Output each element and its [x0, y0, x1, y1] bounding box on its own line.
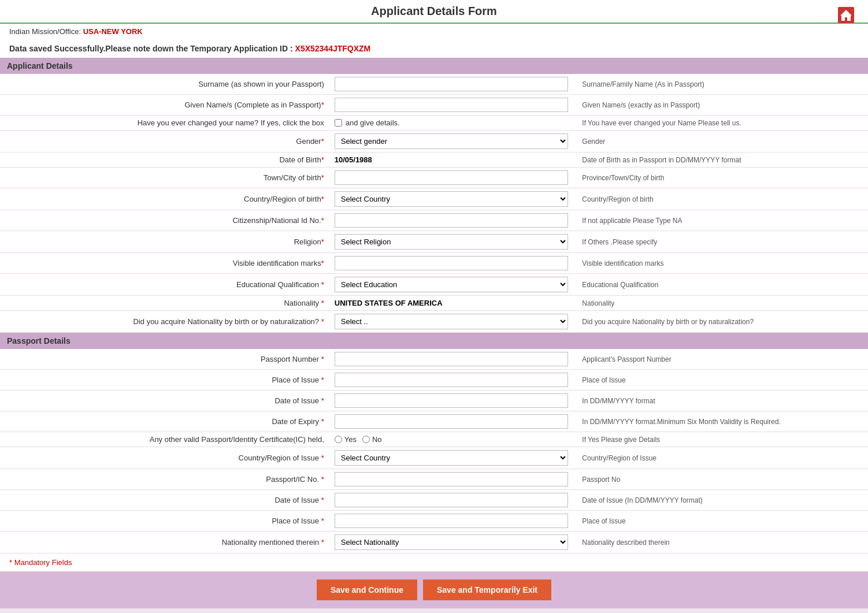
mission-bar: Indian Mission/Office: USA-NEW YORK: [0, 24, 868, 39]
other-passport-no-label[interactable]: No: [362, 435, 382, 444]
dob-row: Date of Birth* 10/05/1988 Date of Birth …: [0, 153, 868, 168]
given-names-input[interactable]: [335, 98, 569, 112]
surname-hint: Surname/Family Name (As in Passport): [573, 74, 868, 95]
name-change-row: Have you ever changed your name? If yes,…: [0, 116, 868, 131]
surname-input-cell[interactable]: [330, 74, 573, 95]
date-issue-input[interactable]: [335, 393, 569, 408]
country-issue-select[interactable]: Select Country: [335, 450, 569, 466]
given-names-input-cell[interactable]: [330, 95, 573, 116]
citizenship-row: Citizenship/National Id No.* If not appl…: [0, 210, 868, 231]
passport-num-row: Passport Number * Applicant's Passport N…: [0, 349, 868, 370]
place-issue-row: Place of Issue * Place of Issue: [0, 370, 868, 391]
button-bar: Save and Continue Save and Temporarily E…: [0, 571, 868, 608]
mission-value: USA-NEW YORK: [83, 27, 143, 36]
date-expiry-hint: In DD/MM/YYYY format.Minimum Six Month V…: [573, 411, 868, 432]
passport-ic-row: Passport/IC No. * Passport No: [0, 469, 868, 490]
name-change-label: Have you ever changed your name? If yes,…: [0, 116, 330, 131]
name-change-checkbox[interactable]: [335, 119, 342, 127]
surname-input[interactable]: [335, 77, 569, 91]
other-passport-no[interactable]: [362, 436, 370, 443]
save-continue-button[interactable]: Save and Continue: [317, 579, 417, 600]
country-issue-row: Country/Region of Issue * Select Country…: [0, 447, 868, 469]
page-title: Applicant Details Form: [371, 5, 497, 18]
applicant-section-header: Applicant Details: [0, 58, 868, 74]
success-message: Data saved Successfully.Please note down…: [0, 39, 868, 58]
app-id: X5X52344JTFQXZM: [295, 44, 371, 53]
name-change-checkbox-row: and give details.: [335, 118, 569, 127]
acquire-select[interactable]: Select .. By Birth By Naturalization: [335, 314, 569, 329]
dob-value: 10/05/1988: [335, 155, 372, 164]
citizenship-hint: If not applicable Please Type NA: [573, 210, 868, 231]
religion-hint: If Others .Please specify: [573, 231, 868, 253]
other-passport-row: Any other valid Passport/Identity Certif…: [0, 432, 868, 447]
date-expiry-input[interactable]: [335, 414, 569, 429]
town-row: Town/City of birth* Province/Town/City o…: [0, 168, 868, 188]
education-hint: Educational Qualification: [573, 274, 868, 296]
gender-select[interactable]: Select gender Male Female Other: [335, 133, 569, 149]
date-issue-row: Date of Issue * In DD/MM/YYYY format: [0, 391, 868, 411]
nationality-value: UNITED STATES OF AMERICA: [335, 299, 443, 307]
place-issue2-row: Place of Issue * Place of Issue: [0, 511, 868, 532]
nationality-therein-row: Nationality mentioned therein * Select N…: [0, 532, 868, 553]
passport-ic-hint: Passport No: [573, 469, 868, 490]
country-birth-row: Country/Region of birth* Select Country …: [0, 188, 868, 210]
nationality-hint: Nationality: [573, 296, 868, 311]
page-wrapper: Applicant Details Form Indian Mission/Of…: [0, 0, 868, 608]
visible-row: Visible identification marks* Visible id…: [0, 253, 868, 274]
passport-section-header: Passport Details: [0, 333, 868, 349]
place-issue-hint: Place of Issue: [573, 370, 868, 391]
home-icon[interactable]: [831, 3, 861, 28]
religion-select[interactable]: Select Religion Hindu Muslim Christian S…: [335, 234, 569, 250]
surname-row: Surname (as shown in your Passport) Surn…: [0, 74, 868, 95]
education-select[interactable]: Select Education Graduate Post Graduate …: [335, 277, 569, 292]
country-birth-select[interactable]: Select Country: [335, 191, 569, 207]
success-text: Data saved Successfully.Please note down…: [9, 44, 293, 53]
given-names-hint: Given Name/s (exactly as in Passport): [573, 95, 868, 116]
citizenship-input[interactable]: [335, 213, 569, 228]
visible-input[interactable]: [335, 256, 569, 270]
passport-num-hint: Applicant's Passport Number: [573, 349, 868, 370]
country-birth-hint: Country/Region of birth: [573, 188, 868, 210]
religion-row: Religion* Select Religion Hindu Muslim C…: [0, 231, 868, 253]
place-issue2-input[interactable]: [335, 514, 569, 528]
place-issue2-hint: Place of Issue: [573, 511, 868, 532]
date-issue2-row: Date of Issue * Date of Issue (In DD/MM/…: [0, 490, 868, 511]
given-names-row: Given Name/s (Complete as in Passport)* …: [0, 95, 868, 116]
dob-hint: Date of Birth as in Passport in DD/MM/YY…: [573, 153, 868, 168]
mission-label: Indian Mission/Office:: [9, 27, 81, 36]
town-hint: Province/Town/City of birth: [573, 168, 868, 188]
other-passport-radio-group: Yes No: [335, 435, 569, 444]
town-input[interactable]: [335, 170, 569, 185]
passport-num-input[interactable]: [335, 352, 569, 366]
nationality-therein-select[interactable]: Select Nationality: [335, 534, 569, 550]
other-passport-yes-label[interactable]: Yes: [335, 435, 357, 444]
nationality-therein-hint: Nationality described therein: [573, 532, 868, 553]
other-passport-hint: If Yes Please give Details: [573, 432, 868, 447]
save-exit-button[interactable]: Save and Temporarily Exit: [423, 579, 551, 600]
surname-label: Surname (as shown in your Passport): [0, 74, 330, 95]
place-issue-input[interactable]: [335, 373, 569, 387]
gender-hint: Gender: [573, 131, 868, 153]
name-change-hint: If You have ever changed your Name Pleas…: [573, 116, 868, 131]
acquire-row: Did you acquire Nationality by birth or …: [0, 311, 868, 333]
passport-form-table: Passport Number * Applicant's Passport N…: [0, 349, 868, 553]
date-issue2-input[interactable]: [335, 493, 569, 507]
other-passport-yes[interactable]: [335, 436, 342, 443]
applicant-form-table: Surname (as shown in your Passport) Surn…: [0, 74, 868, 333]
acquire-hint: Did you acquire Nationality by birth or …: [573, 311, 868, 333]
date-issue-hint: In DD/MM/YYYY format: [573, 391, 868, 411]
date-issue2-hint: Date of Issue (In DD/MM/YYYY format): [573, 490, 868, 511]
mandatory-note: * Mandatory Fields: [0, 553, 868, 571]
date-expiry-row: Date of Expiry * In DD/MM/YYYY format.Mi…: [0, 411, 868, 432]
given-names-label: Given Name/s (Complete as in Passport)*: [0, 95, 330, 116]
passport-ic-input[interactable]: [335, 472, 569, 486]
nationality-row: Nationality * UNITED STATES OF AMERICA N…: [0, 296, 868, 311]
gender-row: Gender* Select gender Male Female Other …: [0, 131, 868, 153]
country-issue-hint: Country/Region of Issue: [573, 447, 868, 469]
visible-hint: Visible identification marks: [573, 253, 868, 274]
education-row: Educational Qualification * Select Educa…: [0, 274, 868, 296]
